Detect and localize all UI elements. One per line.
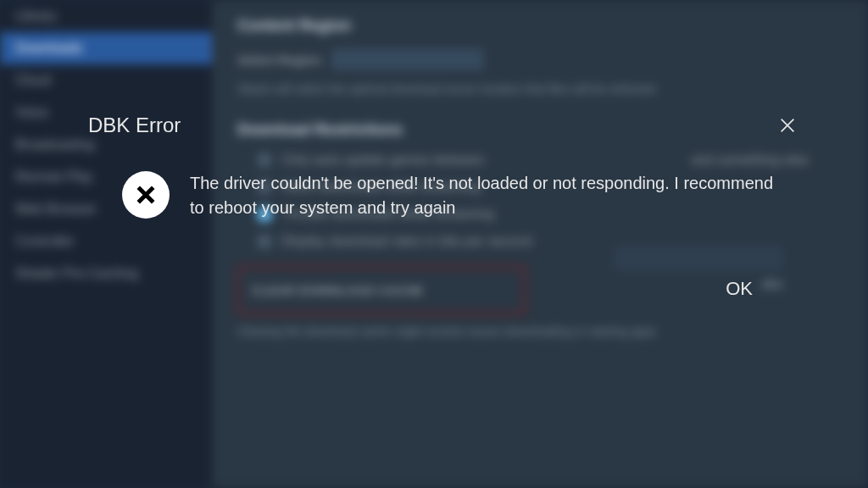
dialog-title: DBK Error [88, 114, 181, 137]
ok-button[interactable]: OK [714, 271, 765, 307]
dialog-message: The driver couldn't be opened! It's not … [190, 171, 783, 220]
dialog-body: The driver couldn't be opened! It's not … [51, 149, 831, 229]
error-icon [122, 171, 170, 219]
dialog-header: DBK Error [51, 102, 831, 149]
error-dialog: DBK Error The driver couldn't be opened!… [51, 102, 831, 324]
close-icon[interactable] [778, 116, 797, 135]
dialog-buttons: OK [51, 229, 831, 324]
dialog-overlay: DBK Error The driver couldn't be opened!… [0, 0, 868, 488]
